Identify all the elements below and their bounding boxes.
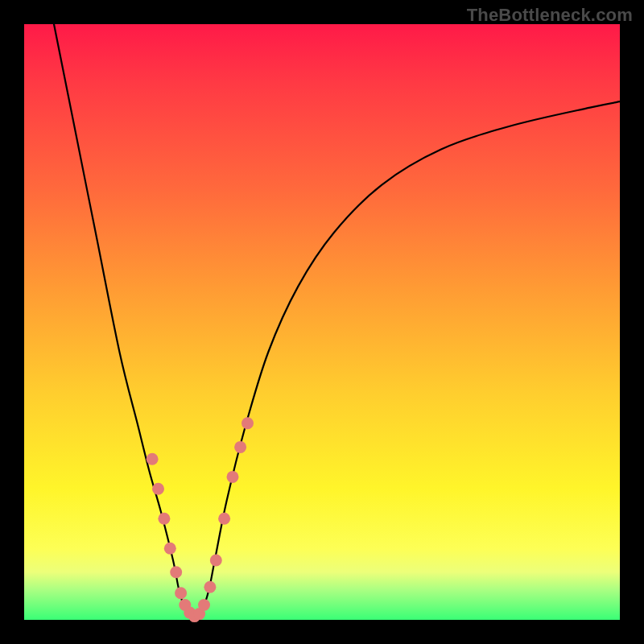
data-marker [152,483,164,495]
bottleneck-curve [54,24,620,617]
watermark-text: TheBottleneck.com [467,5,633,26]
chart-frame: TheBottleneck.com [0,0,644,644]
data-marker [170,566,182,578]
plot-area [24,24,620,620]
data-marker [234,441,246,453]
data-marker [204,581,216,593]
data-marker [158,513,170,525]
data-marker [164,543,176,555]
data-marker [218,513,230,525]
data-marker [242,417,254,429]
data-marker [227,471,239,483]
data-marker [147,453,159,465]
curve-layer [24,24,620,620]
marker-group [147,417,254,622]
data-marker [210,555,222,567]
data-marker [175,587,187,599]
data-marker [198,599,210,611]
